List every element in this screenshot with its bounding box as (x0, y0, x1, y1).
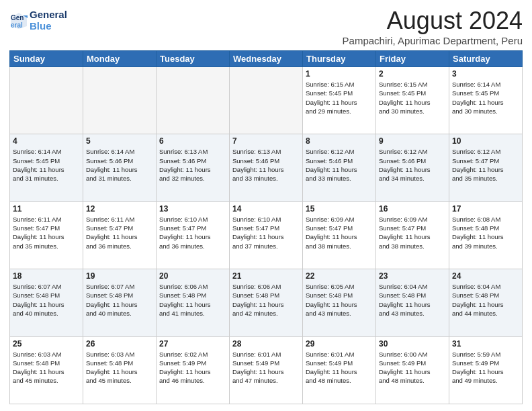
calendar-cell: 16Sunrise: 6:09 AM Sunset: 5:47 PM Dayli… (376, 201, 449, 269)
day-info: Sunrise: 6:12 AM Sunset: 5:46 PM Dayligh… (306, 147, 373, 183)
day-info: Sunrise: 6:03 AM Sunset: 5:48 PM Dayligh… (13, 350, 80, 385)
day-number: 8 (306, 136, 373, 146)
calendar-cell: 31Sunrise: 5:59 AM Sunset: 5:49 PM Dayli… (449, 336, 523, 404)
day-number: 4 (13, 136, 80, 146)
calendar-cell: 29Sunrise: 6:01 AM Sunset: 5:49 PM Dayli… (303, 336, 376, 404)
calendar-cell: 26Sunrise: 6:03 AM Sunset: 5:48 PM Dayli… (83, 336, 157, 404)
calendar-week-row: 18Sunrise: 6:07 AM Sunset: 5:48 PM Dayli… (10, 269, 523, 336)
calendar-cell: 23Sunrise: 6:04 AM Sunset: 5:48 PM Dayli… (376, 269, 449, 336)
day-info: Sunrise: 6:02 AM Sunset: 5:49 PM Dayligh… (159, 350, 226, 385)
day-info: Sunrise: 6:11 AM Sunset: 5:47 PM Dayligh… (86, 215, 153, 250)
day-info: Sunrise: 6:13 AM Sunset: 5:46 PM Dayligh… (159, 147, 226, 183)
day-info: Sunrise: 6:00 AM Sunset: 5:49 PM Dayligh… (379, 350, 446, 385)
day-info: Sunrise: 6:12 AM Sunset: 5:47 PM Dayligh… (452, 147, 519, 183)
day-info: Sunrise: 6:05 AM Sunset: 5:48 PM Dayligh… (306, 282, 373, 318)
day-number: 16 (379, 204, 446, 214)
subtitle: Pampachiri, Apurimac Department, Peru (343, 35, 523, 46)
day-number: 11 (13, 204, 80, 214)
day-number: 25 (13, 339, 80, 349)
calendar-cell: 3Sunrise: 6:14 AM Sunset: 5:45 PM Daylig… (449, 67, 523, 134)
day-info: Sunrise: 6:06 AM Sunset: 5:48 PM Dayligh… (159, 282, 226, 318)
calendar-cell: 12Sunrise: 6:11 AM Sunset: 5:47 PM Dayli… (83, 201, 157, 269)
day-number: 22 (306, 271, 373, 281)
calendar-cell: 20Sunrise: 6:06 AM Sunset: 5:48 PM Dayli… (157, 269, 230, 336)
column-header-thursday: Thursday (303, 51, 376, 67)
day-info: Sunrise: 5:59 AM Sunset: 5:49 PM Dayligh… (452, 350, 519, 385)
day-info: Sunrise: 6:04 AM Sunset: 5:48 PM Dayligh… (452, 282, 519, 318)
calendar-cell: 11Sunrise: 6:11 AM Sunset: 5:47 PM Dayli… (10, 201, 83, 269)
day-number: 30 (379, 339, 446, 349)
day-info: Sunrise: 6:04 AM Sunset: 5:48 PM Dayligh… (379, 282, 446, 318)
calendar-week-row: 11Sunrise: 6:11 AM Sunset: 5:47 PM Dayli… (10, 201, 523, 269)
calendar-cell: 13Sunrise: 6:10 AM Sunset: 5:47 PM Dayli… (157, 201, 230, 269)
calendar-cell (157, 67, 230, 134)
day-info: Sunrise: 6:01 AM Sunset: 5:49 PM Dayligh… (232, 350, 300, 385)
calendar-cell (230, 67, 303, 134)
calendar-cell: 19Sunrise: 6:07 AM Sunset: 5:48 PM Dayli… (83, 269, 157, 336)
header: Gen eral General Blue August 2024 Pampac… (9, 7, 523, 46)
day-number: 9 (379, 136, 446, 146)
calendar-cell: 14Sunrise: 6:10 AM Sunset: 5:47 PM Dayli… (230, 201, 303, 269)
day-number: 31 (452, 339, 519, 349)
column-header-sunday: Sunday (10, 51, 83, 67)
calendar-week-row: 1Sunrise: 6:15 AM Sunset: 5:45 PM Daylig… (10, 67, 523, 134)
column-header-friday: Friday (376, 51, 449, 67)
day-number: 23 (379, 271, 446, 281)
day-info: Sunrise: 6:10 AM Sunset: 5:47 PM Dayligh… (232, 215, 300, 250)
day-info: Sunrise: 6:07 AM Sunset: 5:48 PM Dayligh… (13, 282, 80, 318)
calendar-cell: 28Sunrise: 6:01 AM Sunset: 5:49 PM Dayli… (230, 336, 303, 404)
logo-line2: Blue (30, 21, 67, 32)
calendar-cell: 6Sunrise: 6:13 AM Sunset: 5:46 PM Daylig… (157, 134, 230, 201)
day-info: Sunrise: 6:10 AM Sunset: 5:47 PM Dayligh… (159, 215, 226, 250)
day-info: Sunrise: 6:03 AM Sunset: 5:48 PM Dayligh… (86, 350, 153, 385)
day-number: 27 (159, 339, 226, 349)
calendar-cell: 25Sunrise: 6:03 AM Sunset: 5:48 PM Dayli… (10, 336, 83, 404)
day-info: Sunrise: 6:09 AM Sunset: 5:47 PM Dayligh… (379, 215, 446, 250)
day-number: 12 (86, 204, 153, 214)
day-number: 1 (306, 69, 373, 79)
day-number: 14 (232, 204, 300, 214)
day-info: Sunrise: 6:06 AM Sunset: 5:48 PM Dayligh… (232, 282, 300, 318)
day-info: Sunrise: 6:12 AM Sunset: 5:46 PM Dayligh… (379, 147, 446, 183)
title-block: August 2024 Pampachiri, Apurimac Departm… (343, 7, 523, 46)
day-info: Sunrise: 6:14 AM Sunset: 5:46 PM Dayligh… (86, 147, 153, 183)
calendar-cell: 1Sunrise: 6:15 AM Sunset: 5:45 PM Daylig… (303, 67, 376, 134)
calendar-cell: 27Sunrise: 6:02 AM Sunset: 5:49 PM Dayli… (157, 336, 230, 404)
calendar-cell (10, 67, 83, 134)
day-info: Sunrise: 6:15 AM Sunset: 5:45 PM Dayligh… (379, 80, 446, 116)
day-number: 2 (379, 69, 446, 79)
day-info: Sunrise: 6:08 AM Sunset: 5:48 PM Dayligh… (452, 215, 519, 250)
calendar-cell: 17Sunrise: 6:08 AM Sunset: 5:48 PM Dayli… (449, 201, 523, 269)
calendar-cell: 4Sunrise: 6:14 AM Sunset: 5:45 PM Daylig… (10, 134, 83, 201)
day-number: 18 (13, 271, 80, 281)
calendar-cell: 22Sunrise: 6:05 AM Sunset: 5:48 PM Dayli… (303, 269, 376, 336)
day-number: 6 (159, 136, 226, 146)
column-header-tuesday: Tuesday (157, 51, 230, 67)
main-title: August 2024 (343, 7, 523, 35)
day-number: 17 (452, 204, 519, 214)
day-number: 3 (452, 69, 519, 79)
day-number: 28 (232, 339, 300, 349)
logo: Gen eral General Blue (9, 9, 67, 32)
day-info: Sunrise: 6:01 AM Sunset: 5:49 PM Dayligh… (306, 350, 373, 385)
day-info: Sunrise: 6:14 AM Sunset: 5:45 PM Dayligh… (452, 80, 519, 116)
calendar-cell (83, 67, 157, 134)
calendar-cell: 10Sunrise: 6:12 AM Sunset: 5:47 PM Dayli… (449, 134, 523, 201)
day-number: 21 (232, 271, 300, 281)
day-number: 7 (232, 136, 300, 146)
calendar-cell: 18Sunrise: 6:07 AM Sunset: 5:48 PM Dayli… (10, 269, 83, 336)
calendar-cell: 15Sunrise: 6:09 AM Sunset: 5:47 PM Dayli… (303, 201, 376, 269)
calendar-cell: 9Sunrise: 6:12 AM Sunset: 5:46 PM Daylig… (376, 134, 449, 201)
day-number: 29 (306, 339, 373, 349)
column-header-saturday: Saturday (449, 51, 523, 67)
day-number: 13 (159, 204, 226, 214)
day-info: Sunrise: 6:14 AM Sunset: 5:45 PM Dayligh… (13, 147, 80, 183)
calendar-cell: 2Sunrise: 6:15 AM Sunset: 5:45 PM Daylig… (376, 67, 449, 134)
logo-line1: General (30, 9, 67, 21)
day-number: 20 (159, 271, 226, 281)
svg-text:eral: eral (11, 21, 23, 29)
day-number: 26 (86, 339, 153, 349)
day-number: 15 (306, 204, 373, 214)
day-number: 5 (86, 136, 153, 146)
calendar-week-row: 25Sunrise: 6:03 AM Sunset: 5:48 PM Dayli… (10, 336, 523, 404)
